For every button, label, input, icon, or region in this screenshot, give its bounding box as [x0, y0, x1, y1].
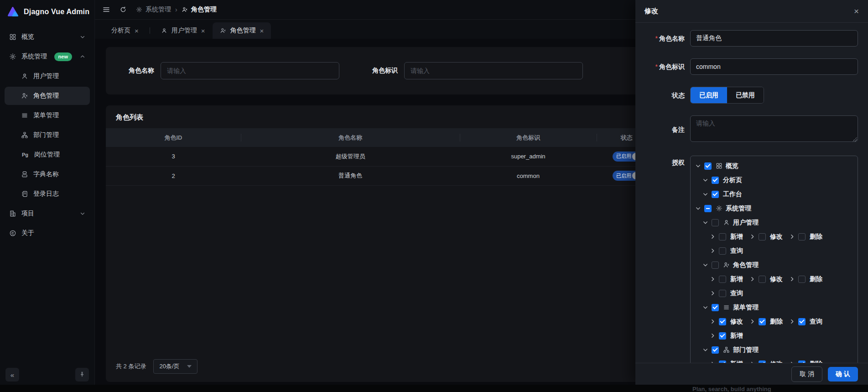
status-option-enabled[interactable]: 已启用 — [691, 87, 727, 103]
pin-sidebar-button[interactable] — [75, 368, 89, 382]
tree-node-label[interactable]: 系统管理 — [726, 204, 751, 213]
tree-node-label[interactable]: 菜单管理 — [733, 303, 759, 312]
tree-node-label[interactable]: 查询 — [730, 247, 743, 255]
tree-node-label[interactable]: 查询 — [810, 318, 822, 326]
close-icon[interactable]: × — [201, 27, 205, 34]
tree-expander-icon[interactable] — [710, 361, 719, 363]
role-name-input[interactable] — [690, 30, 858, 47]
tree-checkbox[interactable] — [798, 276, 806, 283]
tree-checkbox[interactable] — [798, 233, 806, 240]
tree-node-label[interactable]: 新增 — [730, 360, 743, 363]
refresh-icon[interactable] — [120, 6, 127, 13]
tree-expander-icon[interactable] — [749, 319, 759, 324]
tree-expander-icon[interactable] — [710, 333, 719, 339]
tree-node-label[interactable]: 删除 — [810, 233, 822, 241]
tree-checkbox[interactable] — [798, 318, 806, 325]
tree-expander-icon[interactable] — [789, 234, 798, 240]
tree-checkbox[interactable] — [704, 162, 712, 170]
status-option-disabled[interactable]: 已禁用 — [727, 87, 764, 103]
role-name-search-input[interactable] — [161, 62, 339, 79]
tree-expander-icon[interactable] — [789, 276, 798, 282]
remark-textarea[interactable] — [690, 115, 858, 142]
close-icon[interactable]: × — [854, 7, 859, 16]
tree-checkbox[interactable] — [759, 361, 766, 363]
tree-checkbox[interactable] — [719, 290, 726, 297]
tree-expander-icon[interactable] — [710, 248, 719, 254]
sidebar-item-system[interactable]: 系统管理 new — [5, 47, 90, 66]
tree-checkbox[interactable] — [719, 276, 726, 283]
tree-node-label[interactable]: 角色管理 — [733, 261, 759, 269]
tree-node-label[interactable]: 新增 — [730, 332, 743, 340]
tree-checkbox[interactable] — [719, 247, 726, 255]
tree-node-label[interactable]: 工作台 — [723, 190, 742, 199]
tree-checkbox[interactable] — [719, 233, 726, 240]
tree-expander-icon[interactable] — [749, 361, 759, 363]
tree-expander-icon[interactable] — [789, 319, 798, 324]
tree-checkbox[interactable] — [712, 219, 719, 226]
confirm-button[interactable]: 确 认 — [828, 367, 858, 382]
tree-expander-icon[interactable] — [789, 361, 798, 363]
tab-analysis[interactable]: 分析页 × — [104, 22, 146, 39]
sidebar-item-about[interactable]: 关于 — [5, 224, 90, 242]
tree-expander-icon[interactable] — [710, 290, 719, 296]
breadcrumb-item-system[interactable]: 系统管理 — [136, 5, 171, 14]
tree-expander-icon[interactable] — [702, 220, 712, 225]
page-size-select[interactable]: 20条/页 — [153, 359, 197, 374]
sidebar-item-roles[interactable]: 角色管理 — [5, 87, 90, 105]
sidebar-item-overview[interactable]: 概览 — [5, 28, 90, 46]
tree-expander-icon[interactable] — [702, 191, 712, 197]
sidebar-item-menus[interactable]: 菜单管理 — [5, 106, 90, 125]
tree-checkbox[interactable] — [712, 191, 719, 198]
tree-checkbox[interactable] — [798, 361, 806, 363]
tab-roles[interactable]: 角色管理 × — [213, 22, 271, 39]
tree-expander-icon[interactable] — [749, 276, 759, 282]
tree-node-label[interactable]: 概览 — [726, 162, 738, 170]
tree-node-label[interactable]: 删除 — [810, 275, 822, 283]
tree-checkbox[interactable] — [719, 361, 726, 363]
tree-node-label[interactable]: 删除 — [810, 360, 822, 363]
tree-expander-icon[interactable] — [749, 234, 759, 240]
tree-checkbox[interactable] — [759, 233, 766, 240]
tree-checkbox[interactable] — [759, 276, 766, 283]
tree-node-label[interactable]: 修改 — [770, 275, 783, 283]
sidebar-item-dicts[interactable]: 字典名称 — [5, 165, 90, 183]
tree-node-label[interactable]: 查询 — [730, 289, 743, 298]
tree-node-label[interactable]: 新增 — [730, 233, 743, 241]
tree-checkbox[interactable] — [712, 304, 719, 311]
close-icon[interactable]: × — [260, 27, 264, 34]
tree-expander-icon[interactable] — [702, 347, 712, 353]
cancel-button[interactable]: 取 消 — [791, 366, 822, 382]
sidebar-item-users[interactable]: 用户管理 — [5, 67, 90, 85]
tree-expander-icon[interactable] — [710, 319, 719, 324]
sidebar-item-projects[interactable]: 项目 — [5, 204, 90, 223]
sidebar-item-posts[interactable]: Pg 岗位管理 — [5, 146, 90, 164]
tree-node-label[interactable]: 分析页 — [723, 176, 742, 184]
tree-node-label[interactable]: 用户管理 — [733, 219, 759, 227]
tree-checkbox[interactable] — [712, 346, 719, 354]
tree-node-label[interactable]: 修改 — [770, 233, 783, 241]
tree-checkbox[interactable] — [719, 332, 726, 340]
sidebar-item-departments[interactable]: 部门管理 — [5, 126, 90, 144]
resize-grip-icon[interactable] — [852, 137, 857, 142]
sidebar-item-login-logs[interactable]: 登录日志 — [5, 185, 90, 203]
tree-node-label[interactable]: 新增 — [730, 275, 743, 283]
tree-expander-icon[interactable] — [702, 177, 712, 183]
tree-checkbox[interactable] — [704, 205, 712, 212]
tree-checkbox[interactable] — [712, 261, 719, 269]
tree-checkbox[interactable] — [719, 318, 726, 325]
tree-expander-icon[interactable] — [695, 205, 704, 211]
hamburger-icon[interactable] — [102, 5, 110, 14]
collapse-sidebar-button[interactable]: « — [5, 368, 19, 382]
tree-expander-icon[interactable] — [710, 276, 719, 282]
tree-expander-icon[interactable] — [702, 304, 712, 310]
tree-node-label[interactable]: 部门管理 — [733, 346, 759, 354]
tree-node-label[interactable]: 删除 — [770, 318, 783, 326]
role-code-input[interactable] — [690, 58, 858, 75]
close-icon[interactable]: × — [135, 27, 139, 34]
tree-checkbox[interactable] — [759, 318, 766, 325]
tree-checkbox[interactable] — [712, 177, 719, 184]
tree-node-label[interactable]: 修改 — [730, 318, 743, 326]
tree-expander-icon[interactable] — [695, 163, 704, 169]
tab-users[interactable]: 用户管理 × — [154, 22, 213, 39]
tree-node-label[interactable]: 修改 — [770, 360, 783, 363]
